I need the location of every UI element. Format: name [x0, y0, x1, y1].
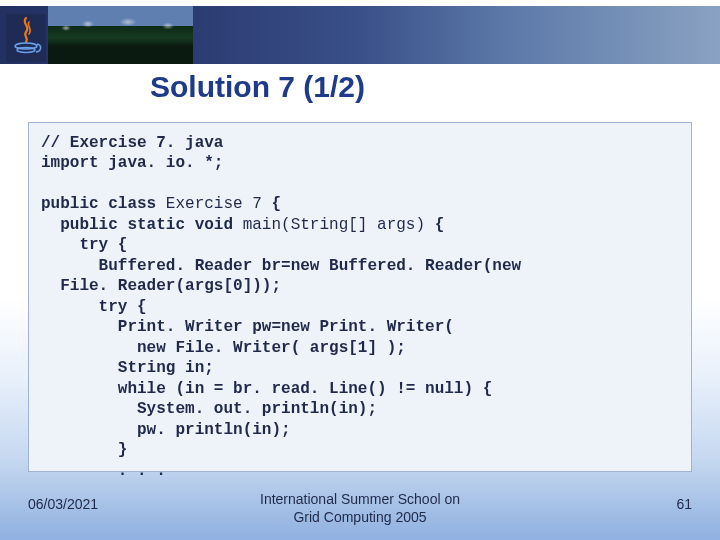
- code-line: {: [425, 216, 444, 234]
- footer-center-line2: Grid Computing 2005: [293, 509, 426, 525]
- code-line: new File. Writer( args[1] );: [41, 339, 406, 357]
- footer-page-number: 61: [676, 496, 692, 512]
- code-line: Exercise 7: [166, 195, 262, 213]
- footer-center-line1: International Summer School on: [260, 491, 460, 507]
- header-strip: Java: [0, 6, 720, 64]
- code-line: File. Reader(args[0]));: [41, 277, 281, 295]
- code-line: try {: [41, 236, 127, 254]
- code-line: try {: [41, 298, 147, 316]
- code-line: System. out. println(in);: [41, 400, 377, 418]
- code-line: {: [262, 195, 281, 213]
- header-photo: [48, 6, 193, 64]
- code-line: // Exercise 7. java: [41, 134, 223, 152]
- slide-title: Solution 7 (1/2): [150, 70, 365, 104]
- code-line: String in;: [41, 359, 214, 377]
- slide: Java Solution 7 (1/2) // Exercise 7. jav…: [0, 0, 720, 540]
- code-box: // Exercise 7. java import java. io. *; …: [28, 122, 692, 472]
- code-line: main(String[] args): [243, 216, 425, 234]
- java-logo-icon: [6, 14, 46, 62]
- code-line: . . .: [41, 462, 166, 480]
- code-line: while (in = br. read. Line() != null) {: [41, 380, 492, 398]
- code-line: Buffered. Reader br=new Buffered. Reader…: [41, 257, 521, 275]
- code-line: import java. io. *;: [41, 154, 223, 172]
- code-line: }: [41, 441, 127, 459]
- footer: 06/03/2021 International Summer School o…: [0, 488, 720, 532]
- code-line: public static void: [41, 216, 243, 234]
- footer-center: International Summer School on Grid Comp…: [0, 491, 720, 526]
- code-line: public class: [41, 195, 166, 213]
- code-line: pw. println(in);: [41, 421, 291, 439]
- code-line: Print. Writer pw=new Print. Writer(: [41, 318, 454, 336]
- code-content: // Exercise 7. java import java. io. *; …: [41, 133, 679, 481]
